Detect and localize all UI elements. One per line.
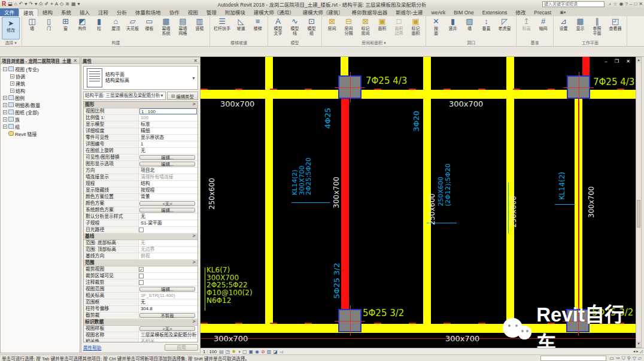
properties-help-link[interactable]: 属性帮助 — [83, 344, 101, 351]
beam-annotation[interactable]: KL6(7) 300X700 2Φ25;5Φ22 Φ10@100(2) N6Φ1… — [206, 266, 253, 305]
edit-type-button[interactable]: ⊟ 编辑类型 — [167, 92, 198, 100]
signin-icon[interactable]: ◉ — [619, 1, 624, 7]
property-value[interactable]: 项目北 — [139, 168, 198, 174]
ribbon-button-房间分隔[interactable]: ⊟房间 分隔 — [341, 17, 357, 36]
ribbon-button-标记房间[interactable]: ⊠标记 房间 — [357, 17, 373, 36]
property-button[interactable]: 编辑... — [139, 162, 195, 166]
ribbon-button-设置[interactable]: ⊿设置 — [555, 17, 572, 31]
ribbon-button-天花板[interactable]: ▱天花板 — [124, 17, 141, 31]
beam-annotation[interactable]: KL14(2) 300X700 2Φ25;5Φ20 — [291, 157, 312, 195]
redo-arrow-icon[interactable]: ▾ — [35, 1, 37, 7]
property-value[interactable]: 无 — [139, 240, 198, 246]
crop-view-icon[interactable]: ▢ — [242, 349, 247, 354]
tree-item-Revit 链接[interactable]: +Revit 链接 — [1, 130, 80, 137]
beam-annotation[interactable]: 250X600 (2Φ12);5Φ20 — [438, 163, 451, 207]
ribbon-button-轴网[interactable]: #轴网 — [535, 17, 551, 31]
close-icon[interactable]: ✕ — [72, 58, 78, 63]
tab-结构[interactable]: 结构 — [38, 8, 57, 16]
property-section-范围[interactable]: 范围≽ — [84, 260, 198, 266]
property-value[interactable]: 304.8 — [139, 306, 198, 312]
property-value[interactable]: 3F_STR(11.400) — [139, 293, 198, 299]
property-value[interactable]: 背景 — [139, 194, 198, 200]
beam-annotation[interactable]: 5Φ25 3/2 — [333, 263, 341, 299]
tab-建模大师（通用）[interactable]: 建模大师（通用） — [250, 8, 299, 16]
tab-附加模块[interactable]: 附加模块 — [221, 8, 250, 16]
vertical-scrollbar[interactable]: ▲ ▼ — [636, 57, 642, 348]
property-button[interactable]: <无> — [139, 326, 195, 331]
tree-item-结构[interactable]: +结构 — [1, 87, 80, 94]
tab-斯维尔-土建[interactable]: 斯维尔-土建 — [391, 8, 427, 16]
ribbon-button-竖井[interactable]: ▮竖井 — [445, 17, 461, 31]
show-crop-icon[interactable]: ▣ — [248, 349, 253, 354]
restore-icon[interactable]: □ — [634, 1, 637, 7]
close-icon[interactable]: ✕ — [639, 1, 643, 7]
minimize-icon[interactable]: – — [630, 1, 632, 7]
ribbon-button-房间[interactable]: ⊠房间 — [324, 17, 340, 31]
search-input[interactable] — [542, 1, 604, 7]
view-selector-combo[interactable]: 结构平面: 三层梁模板图及梁配筋分析 ▼ — [83, 92, 166, 100]
print-icon[interactable]: ⎙ — [39, 1, 42, 7]
property-input[interactable]: 1 : 100 — [139, 108, 197, 114]
property-value[interactable]: 不相关 — [139, 339, 198, 342]
property-value[interactable]: S1-梁平面 — [139, 220, 198, 226]
more-icon[interactable]: ◅ — [280, 349, 283, 354]
ribbon-button-屋顶[interactable]: ⌂屋顶 — [108, 17, 124, 31]
filter-icon[interactable]: ▽ — [633, 356, 636, 361]
tree-item-协调[interactable]: +协调 — [1, 72, 80, 80]
beam-annotation[interactable]: 300x700 — [449, 100, 483, 108]
property-value[interactable]: 100 — [139, 115, 198, 121]
expand-icon[interactable]: + — [10, 89, 14, 93]
tree-item-组[interactable]: +组 — [1, 123, 80, 130]
property-value[interactable]: 显示原状态 — [139, 135, 198, 141]
expand-icon[interactable]: + — [10, 81, 14, 86]
property-value[interactable]: 无 — [139, 148, 198, 154]
checkbox[interactable] — [139, 280, 144, 285]
ribbon-button-面积[interactable]: ▣面积 — [374, 17, 390, 31]
checkbox[interactable] — [139, 227, 144, 232]
beam-selected-red[interactable] — [341, 77, 349, 324]
tab-体量和场地[interactable]: 体量和场地 — [131, 8, 165, 16]
property-value[interactable]: 俯视 — [139, 253, 198, 259]
view-window-controls[interactable]: – ❐ ✕ — [604, 59, 633, 64]
select-links-icon[interactable]: ⛉ — [622, 356, 625, 361]
property-value[interactable]: 1 — [139, 141, 198, 147]
ribbon-button-竖梃[interactable]: ▥竖梃 — [192, 17, 208, 31]
property-value[interactable]: 无 — [139, 214, 198, 220]
visual-style-icon[interactable]: ◳ — [226, 349, 230, 354]
collapse-icon[interactable]: ≽ — [192, 102, 198, 108]
property-button[interactable]: 编辑... — [139, 287, 195, 292]
ribbon-button-门[interactable]: ▯门 — [41, 17, 57, 31]
property-value[interactable]: 无边界 — [139, 247, 198, 253]
beam-annotation[interactable]: 4Φ25 — [324, 108, 332, 129]
tree-item-图例[interactable]: +图例 — [1, 94, 80, 101]
tab-视图[interactable]: 视图 — [184, 8, 202, 16]
tab-文件[interactable]: 文件 — [0, 8, 19, 16]
beam-selected-red[interactable] — [582, 57, 590, 77]
tab-管理[interactable]: 管理 — [202, 8, 221, 16]
property-section-标识数据[interactable]: 标识数据≽ — [84, 319, 198, 326]
beam-annotation[interactable]: 300x700 — [445, 335, 479, 343]
expand-icon[interactable]: + — [3, 103, 7, 107]
property-section-基线[interactable]: 基线≽ — [84, 233, 198, 240]
ribbon-button-垂直[interactable]: ↕垂直 — [478, 17, 494, 31]
tab-分析[interactable]: 分析 — [113, 8, 131, 16]
beam-annotation[interactable]: 300x700 — [333, 177, 341, 208]
sync-icon[interactable]: ⌂ — [14, 1, 17, 7]
section-icon[interactable]: ≋ — [65, 1, 69, 7]
tree-item-视图 (专业)[interactable]: −视图 (专业) — [1, 65, 80, 72]
measure-icon[interactable]: ✐ — [44, 1, 48, 7]
beam-annotation[interactable]: 250x600 — [510, 196, 518, 227]
text-icon[interactable]: A — [55, 1, 58, 7]
property-value[interactable]: 按规程 — [139, 187, 198, 193]
tab-weArk[interactable]: weArk — [427, 8, 450, 16]
ribbon-button-构件[interactable]: ◩构件 — [74, 17, 90, 31]
tab-榫卯数据导出器[interactable]: 榫卯数据导出器 — [348, 8, 392, 16]
property-button[interactable]: 编辑... — [139, 208, 195, 213]
ribbon-button-楼板[interactable]: ▭楼板 — [141, 17, 157, 31]
tab-修改[interactable]: 修改 — [511, 8, 530, 16]
tab-协作[interactable]: 协作 — [165, 8, 184, 16]
beam-annotation[interactable]: 7Φ25 4/3 — [593, 78, 634, 87]
beam-annotation[interactable]: 3Φ20 — [412, 111, 421, 132]
temporary-hide-icon[interactable]: ◉ — [255, 349, 259, 354]
undo-icon[interactable]: ↶ — [19, 1, 23, 7]
